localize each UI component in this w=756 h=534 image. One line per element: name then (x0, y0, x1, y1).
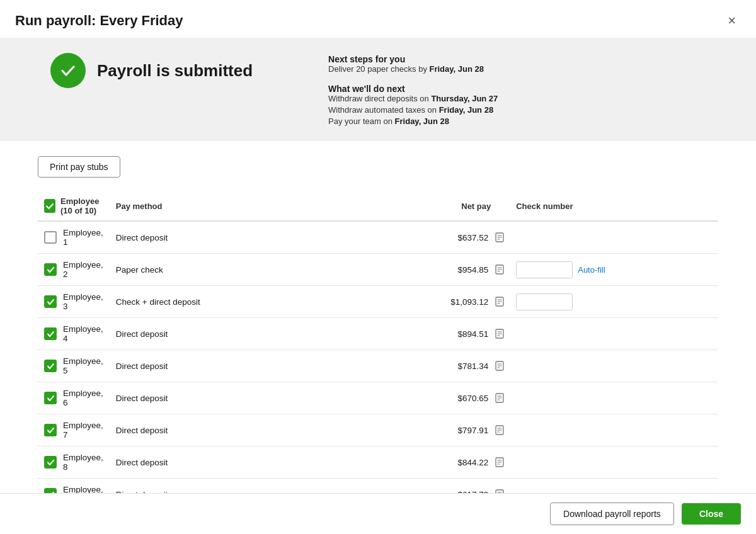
modal-title: Run payroll: Every Friday (15, 13, 183, 29)
pay-method-cell: Direct deposit (110, 414, 368, 446)
employee-name: Employee, 3 (63, 292, 103, 311)
header-checkbox-cell: Employee (10 of 10) (38, 191, 110, 221)
net-pay-cell: $797.91 (368, 414, 510, 446)
row-checkbox-cell: Employee, 8 (38, 446, 110, 478)
submitted-left: Payroll is submitted (50, 53, 253, 88)
row-checkbox-cell: Employee, 5 (38, 350, 110, 382)
check-number-input-3[interactable] (516, 293, 573, 310)
receipt-icon[interactable] (495, 264, 505, 275)
employee-table: Employee (10 of 10) Pay method Net pay C… (38, 191, 718, 493)
table-row: Employee, 9Direct deposit$617.79 (38, 479, 718, 494)
employee-name: Employee, 1 (63, 228, 103, 247)
what-next-lines: Withdraw direct deposits on Thursday, Ju… (328, 94, 498, 126)
pay-method-cell: Direct deposit (110, 350, 368, 382)
net-pay-value: $954.85 (457, 265, 488, 275)
check-number-cell (510, 318, 718, 350)
net-pay-value: $1,093.12 (450, 297, 488, 307)
row-checkbox-cell: Employee, 6 (38, 382, 110, 414)
print-pay-stubs-button[interactable]: Print pay stubs (38, 156, 120, 178)
download-payroll-reports-button[interactable]: Download payroll reports (550, 503, 674, 525)
what-next-line-1: Withdraw direct deposits on Thursday, Ju… (328, 94, 498, 103)
row-checkbox-cell: Employee, 9 (38, 479, 110, 493)
net-pay-cell: $894.51 (368, 318, 510, 350)
employee-name: Employee, 9 (63, 485, 103, 493)
net-pay-cell: $617.79 (368, 479, 510, 494)
what-next-line-2: Withdraw automated taxes on Friday, Jun … (328, 105, 498, 115)
check-number-cell (510, 414, 718, 446)
employee-checkbox-7[interactable] (44, 424, 57, 436)
what-next-line-3: Pay your team on Friday, Jun 28 (328, 116, 498, 126)
check-number-cell (510, 286, 718, 318)
receipt-icon[interactable] (495, 232, 505, 242)
table-row: Employee, 8Direct deposit$844.22 (38, 446, 718, 479)
submitted-title: Payroll is submitted (97, 61, 253, 81)
employee-checkbox-1[interactable] (44, 231, 57, 244)
check-number-cell: Auto-fill (510, 254, 718, 286)
pay-method-cell: Check + direct deposit (110, 286, 368, 318)
net-pay-cell: $1,093.12 (368, 286, 510, 318)
employee-checkbox-3[interactable] (44, 295, 57, 308)
row-checkbox-cell: Employee, 4 (38, 318, 110, 349)
pay-method-cell: Direct deposit (110, 382, 368, 414)
pay-method-cell: Direct deposit (110, 479, 368, 494)
receipt-icon[interactable] (495, 329, 505, 339)
net-pay-cell: $637.52 (368, 221, 510, 254)
modal-footer: Download payroll reports Close (0, 493, 756, 534)
employee-checkbox-5[interactable] (44, 360, 57, 372)
employee-checkbox-4[interactable] (44, 327, 57, 340)
row-checkbox-cell: Employee, 7 (38, 414, 110, 446)
employee-checkbox-9[interactable] (44, 488, 57, 493)
submitted-banner: Payroll is submitted Next steps for you … (0, 38, 756, 141)
success-icon (50, 53, 86, 88)
table-row: Employee, 1Direct deposit$637.52 (38, 221, 718, 254)
select-all-checkbox[interactable] (44, 199, 55, 213)
employee-name: Employee, 7 (63, 421, 103, 440)
next-steps-title: Next steps for you (328, 54, 498, 64)
receipt-icon[interactable] (495, 393, 505, 403)
net-pay-value: $797.91 (457, 426, 488, 435)
net-pay-value: $781.34 (457, 361, 488, 371)
receipt-icon[interactable] (495, 457, 505, 467)
submitted-right: Next steps for you Deliver 20 paper chec… (328, 53, 498, 126)
what-next-section: What we'll do next Withdraw direct depos… (328, 82, 498, 126)
auto-fill-link[interactable]: Auto-fill (578, 265, 605, 275)
close-icon[interactable]: × (723, 11, 741, 30)
table-row: Employee, 3Check + direct deposit$1,093.… (38, 286, 718, 318)
table-row: Employee, 2Paper check$954.85Auto-fill (38, 254, 718, 286)
next-steps-text: Deliver 20 paper checks by Friday, Jun 2… (328, 64, 498, 74)
receipt-icon[interactable] (495, 297, 505, 307)
net-pay-value: $894.51 (457, 329, 488, 339)
net-pay-cell: $781.34 (368, 350, 510, 382)
net-pay-cell: $954.85 (368, 254, 510, 286)
pay-method-cell: Direct deposit (110, 446, 368, 479)
check-number-cell (510, 221, 718, 254)
employee-name: Employee, 8 (63, 453, 103, 472)
net-pay-header: Net pay (368, 191, 510, 221)
receipt-icon[interactable] (495, 361, 505, 371)
employee-checkbox-2[interactable] (44, 263, 57, 276)
net-pay-value: $637.52 (457, 233, 488, 242)
check-number-cell (510, 350, 718, 382)
net-pay-cell: $844.22 (368, 446, 510, 479)
payroll-modal: Run payroll: Every Friday × Payroll is s… (0, 0, 756, 534)
employee-checkbox-8[interactable] (44, 456, 57, 469)
check-number-header: Check number (510, 191, 718, 221)
what-next-title: What we'll do next (328, 84, 498, 94)
table-row: Employee, 4Direct deposit$894.51 (38, 318, 718, 350)
employee-name: Employee, 2 (63, 260, 103, 279)
pay-method-cell: Direct deposit (110, 318, 368, 350)
row-checkbox-cell: Employee, 1 (38, 222, 110, 253)
table-row: Employee, 6Direct deposit$670.65 (38, 382, 718, 414)
receipt-icon[interactable] (495, 425, 505, 435)
employee-name: Employee, 4 (63, 324, 103, 343)
employee-checkbox-6[interactable] (44, 392, 57, 404)
pay-method-cell: Direct deposit (110, 221, 368, 254)
next-steps-section: Next steps for you Deliver 20 paper chec… (328, 54, 498, 74)
close-button[interactable]: Close (682, 503, 741, 525)
pay-method-cell: Paper check (110, 254, 368, 286)
employee-name: Employee, 6 (63, 389, 103, 407)
table-row: Employee, 7Direct deposit$797.91 (38, 414, 718, 446)
modal-header: Run payroll: Every Friday × (0, 0, 756, 38)
row-checkbox-cell: Employee, 3 (38, 286, 110, 317)
check-number-input-2[interactable] (516, 261, 573, 278)
